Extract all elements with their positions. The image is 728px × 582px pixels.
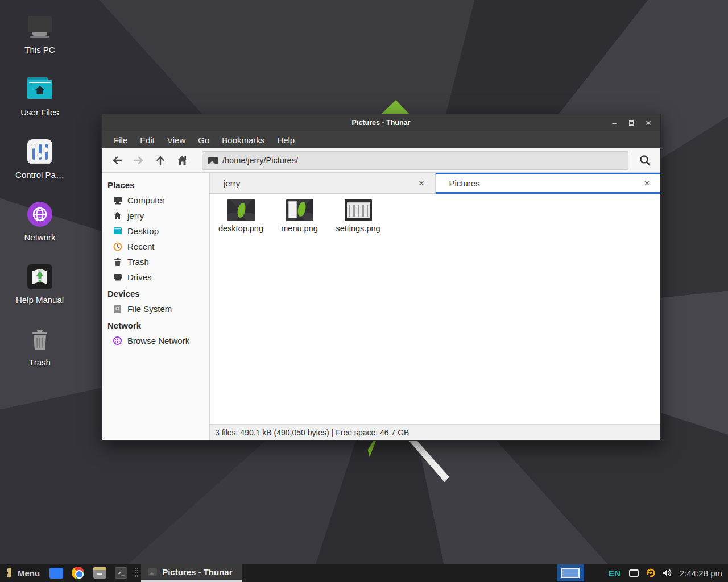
path-text: /home/jerry/Pictures/: [222, 156, 298, 165]
keyboard-layout-indicator[interactable]: EN: [609, 568, 621, 578]
path-bar[interactable]: /home/jerry/Pictures/: [202, 151, 628, 170]
file-settings-png[interactable]: settings.png: [330, 199, 386, 233]
menu-png-thumbnail: [286, 199, 313, 221]
display-tray-icon[interactable]: [629, 569, 639, 577]
file-name: desktop.png: [218, 224, 263, 233]
active-workspace: [561, 568, 580, 578]
sidebar-item-browse-network[interactable]: Browse Network: [102, 333, 209, 348]
network-globe-icon: [27, 201, 53, 227]
show-desktop-launcher[interactable]: [49, 566, 64, 580]
network-globe-icon: [113, 336, 122, 346]
tab-pictures[interactable]: Pictures ✕: [436, 173, 661, 194]
desktop-icon-network[interactable]: Network: [9, 201, 71, 242]
up-button[interactable]: [150, 151, 171, 170]
sidebar-item-jerry[interactable]: jerry: [102, 208, 209, 223]
sidebar-item-label: Desktop: [127, 226, 159, 236]
file-manager-launcher[interactable]: [92, 566, 107, 580]
clock-icon: [113, 242, 122, 251]
sidebar-item-label: Drives: [127, 272, 152, 282]
tab-bar: jerry ✕ Pictures ✕: [210, 173, 660, 194]
home-folder-icon: [27, 76, 53, 102]
sidebar-item-recent[interactable]: Recent: [102, 239, 209, 254]
menu-button[interactable]: Menu: [0, 564, 46, 582]
taskbar-window-button[interactable]: Pictures - Thunar: [141, 564, 241, 582]
update-manager-tray-icon[interactable]: [645, 567, 656, 579]
desktop-icon-label: Network: [24, 232, 55, 242]
tab-jerry[interactable]: jerry ✕: [210, 173, 436, 194]
sidebar-item-trash[interactable]: Trash: [102, 254, 209, 269]
file-cabinet-icon: [93, 567, 106, 579]
menu-bookmarks[interactable]: Bookmarks: [216, 133, 271, 147]
taskbar-window-label: Pictures - Thunar: [162, 567, 232, 577]
toolbar: /home/jerry/Pictures/: [102, 148, 660, 173]
desktop-icon: [113, 226, 122, 236]
volume-tray-icon[interactable]: [662, 568, 672, 577]
sidebar-item-drives[interactable]: Drives: [102, 269, 209, 285]
home-button[interactable]: [171, 151, 193, 170]
desktop-icon-label: Control Pa…: [15, 170, 64, 180]
sidebar-item-file-system[interactable]: File System: [102, 301, 209, 317]
menu-view[interactable]: View: [161, 133, 192, 147]
wallpaper-white-sliver: [408, 441, 449, 482]
menu-button-label: Menu: [18, 568, 40, 578]
desktop-icon-user-files[interactable]: User Files: [9, 76, 71, 117]
sidebar-header-places: Places: [102, 176, 209, 193]
sidebar-item-label: Browse Network: [127, 336, 189, 346]
tab-close-icon[interactable]: ✕: [415, 178, 428, 189]
computer-icon: [113, 196, 122, 205]
drives-icon: [113, 272, 122, 282]
window-title: Pictures - Thunar: [102, 119, 660, 127]
menu-edit[interactable]: Edit: [134, 133, 161, 147]
desktop-icon-this-pc[interactable]: This PC: [9, 14, 71, 55]
tab-close-icon[interactable]: ✕: [640, 178, 653, 189]
chrome-launcher[interactable]: [71, 566, 85, 580]
desktop-png-thumbnail: [228, 199, 255, 221]
tab-label: jerry: [224, 178, 240, 188]
trash-icon: [27, 326, 53, 352]
workspace-switcher[interactable]: [557, 564, 584, 581]
menu-file[interactable]: File: [107, 133, 134, 147]
maximize-icon: [629, 120, 634, 126]
forward-button[interactable]: [128, 151, 150, 170]
search-button[interactable]: [634, 151, 656, 170]
close-button[interactable]: ✕: [641, 117, 656, 129]
sidebar-item-computer[interactable]: Computer: [102, 193, 209, 208]
desktop-icon-label: This PC: [24, 45, 55, 55]
trash-icon: [113, 257, 122, 267]
image-window-icon: [148, 568, 157, 576]
terminal-launcher[interactable]: >_: [114, 566, 129, 580]
sidebar: Places Computer jerry Desktop: [102, 173, 210, 440]
refresh-icon: [645, 567, 656, 579]
hard-disk-icon: [113, 304, 122, 314]
sidebar-header-devices: Devices: [102, 285, 209, 301]
desktop-icon-label: Help Manual: [16, 295, 64, 305]
panel-drag-handle[interactable]: [135, 568, 138, 577]
sidebar-item-label: Trash: [127, 257, 149, 267]
maximize-button[interactable]: [624, 117, 639, 129]
file-menu-png[interactable]: menu.png: [272, 199, 327, 233]
file-desktop-png[interactable]: desktop.png: [213, 199, 268, 233]
clock[interactable]: 2:44:28 pm: [680, 568, 722, 578]
speaker-icon: [662, 568, 672, 577]
chrome-icon: [72, 567, 84, 579]
desktop-icon-label: User Files: [20, 107, 59, 117]
status-text: 3 files: 490.1 kB (490,050 bytes) | Free…: [215, 428, 409, 437]
desktop-icon-trash[interactable]: Trash: [9, 326, 71, 367]
sidebar-header-network: Network: [102, 317, 209, 333]
back-button[interactable]: [106, 151, 128, 170]
file-view[interactable]: desktop.png menu.png settings.png: [210, 194, 660, 424]
sidebar-item-desktop[interactable]: Desktop: [102, 223, 209, 239]
menu-go[interactable]: Go: [192, 133, 216, 147]
status-bar: 3 files: 490.1 kB (490,050 bytes) | Free…: [210, 424, 660, 440]
wallpaper-green-triangle: [381, 100, 410, 114]
settings-png-thumbnail: [345, 199, 372, 221]
titlebar[interactable]: Pictures - Thunar – ✕: [102, 114, 660, 131]
menubar: File Edit View Go Bookmarks Help: [102, 131, 660, 148]
desktop-icon-label: Trash: [29, 357, 51, 367]
show-desktop-icon: [49, 568, 63, 579]
minimize-button[interactable]: –: [607, 117, 622, 129]
menu-help[interactable]: Help: [271, 133, 301, 147]
desktop-icon-control-panel[interactable]: Control Pa…: [9, 139, 71, 180]
wallpaper-green-sliver: [367, 441, 376, 457]
desktop-icon-help-manual[interactable]: Help Manual: [9, 264, 71, 305]
